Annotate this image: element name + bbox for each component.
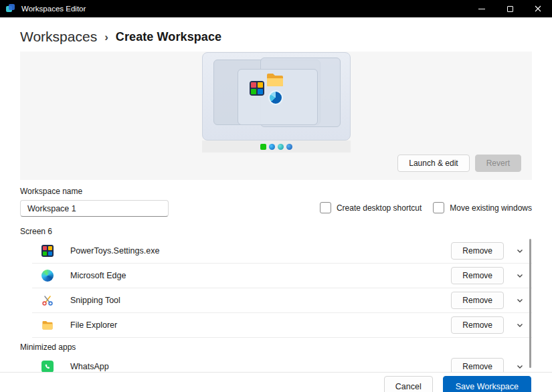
workspaces-app-icon — [6, 4, 15, 13]
page-title: Create Workspace — [116, 30, 221, 44]
breadcrumb-workspaces[interactable]: Workspaces — [20, 29, 97, 45]
remove-button[interactable]: Remove — [451, 292, 504, 309]
chevron-down-icon — [516, 296, 524, 304]
minimize-icon — [478, 9, 485, 9]
create-desktop-shortcut-label: Create desktop shortcut — [337, 203, 422, 213]
app-name: PowerToys.Settings.exe — [70, 246, 159, 256]
maximize-button[interactable] — [496, 0, 524, 17]
app-row-file-explorer: File Explorer Remove — [32, 313, 532, 338]
move-existing-windows-checkbox[interactable] — [433, 202, 444, 213]
screen-app-list: PowerToys.Settings.exe Remove Microsoft … — [20, 239, 532, 338]
move-existing-windows-label: Move existing windows — [450, 203, 532, 213]
workspace-name-label: Workspace name — [20, 187, 169, 196]
footer-bar: Cancel Save Workspace — [0, 372, 552, 392]
revert-button[interactable]: Revert — [475, 155, 521, 172]
cancel-button[interactable]: Cancel — [384, 376, 433, 392]
edge-icon — [41, 270, 54, 282]
app-name: Snipping Tool — [70, 296, 120, 305]
preview-powertoys-icon — [250, 81, 264, 96]
blue-app-icon — [269, 144, 275, 150]
expand-row-button[interactable] — [512, 243, 528, 259]
create-desktop-shortcut-group: Create desktop shortcut — [320, 202, 422, 213]
chevron-down-icon — [516, 272, 524, 280]
minimize-button[interactable] — [468, 0, 496, 17]
titlebar: Workspaces Editor — [0, 0, 552, 17]
breadcrumb: Workspaces › Create Workspace — [20, 29, 532, 45]
chevron-down-icon — [516, 247, 524, 255]
blue-app-icon — [286, 144, 292, 150]
move-existing-windows-group: Move existing windows — [433, 202, 532, 213]
file-explorer-icon — [41, 319, 54, 331]
app-row-powertoys-settings: PowerToys.Settings.exe Remove — [32, 239, 532, 264]
workspaces-editor-window: Workspaces Editor Workspaces › Create Wo… — [0, 0, 552, 392]
chevron-down-icon — [516, 363, 524, 371]
app-name: Microsoft Edge — [70, 271, 126, 280]
create-desktop-shortcut-checkbox[interactable] — [320, 202, 331, 213]
window-title: Workspaces Editor — [21, 5, 468, 13]
preview-pie-icon — [268, 90, 283, 105]
app-name: WhatsApp — [70, 362, 109, 371]
launch-edit-button[interactable]: Launch & edit — [397, 155, 469, 172]
preview-folder-icon — [266, 72, 284, 88]
save-workspace-button[interactable]: Save Workspace — [443, 376, 531, 392]
app-row-microsoft-edge: Microsoft Edge Remove — [32, 264, 532, 288]
expand-row-button[interactable] — [512, 317, 528, 333]
app-name: File Explorer — [70, 320, 117, 330]
snipping-tool-icon — [41, 294, 54, 306]
remove-button[interactable]: Remove — [451, 267, 504, 284]
workspace-name-input[interactable] — [20, 200, 169, 217]
expand-row-button[interactable] — [512, 292, 528, 308]
maximize-icon — [507, 6, 513, 12]
teal-app-icon — [278, 144, 284, 150]
chevron-down-icon — [516, 321, 524, 329]
list-scrollbar[interactable] — [529, 239, 531, 368]
green-app-icon — [260, 144, 266, 150]
section-label-screen: Screen 6 — [20, 227, 532, 236]
preview-taskbar — [202, 140, 351, 153]
powertoys-icon — [41, 245, 54, 257]
whatsapp-icon — [41, 361, 54, 373]
section-label-minimized: Minimized apps — [20, 342, 532, 352]
workspace-preview-thumbnail — [202, 52, 351, 140]
breadcrumb-separator-icon: › — [104, 29, 108, 44]
workspace-preview-panel: Launch & edit Revert — [20, 52, 532, 180]
expand-row-button[interactable] — [512, 268, 528, 284]
app-row-snipping-tool: Snipping Tool Remove — [32, 288, 532, 313]
remove-button[interactable]: Remove — [451, 316, 504, 334]
close-icon — [535, 5, 541, 12]
remove-button[interactable]: Remove — [451, 242, 504, 260]
close-button[interactable] — [524, 0, 552, 17]
